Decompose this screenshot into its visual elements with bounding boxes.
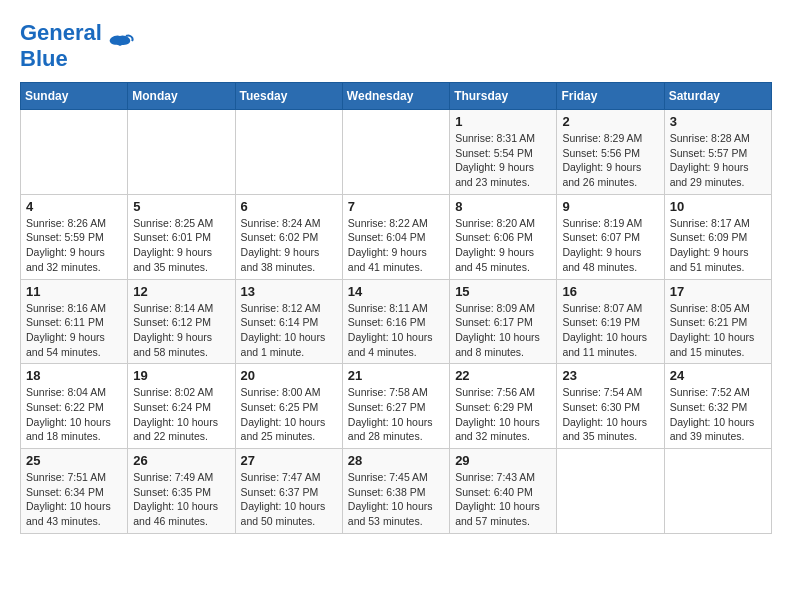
day-info: Sunrise: 7:58 AM Sunset: 6:27 PM Dayligh… [348,385,444,444]
day-info: Sunrise: 7:51 AM Sunset: 6:34 PM Dayligh… [26,470,122,529]
day-number: 29 [455,453,551,468]
calendar-header-row: SundayMondayTuesdayWednesdayThursdayFrid… [21,83,772,110]
day-number: 28 [348,453,444,468]
calendar-cell: 7Sunrise: 8:22 AM Sunset: 6:04 PM Daylig… [342,194,449,279]
calendar-cell: 25Sunrise: 7:51 AM Sunset: 6:34 PM Dayli… [21,449,128,534]
day-number: 3 [670,114,766,129]
day-info: Sunrise: 7:43 AM Sunset: 6:40 PM Dayligh… [455,470,551,529]
day-number: 23 [562,368,658,383]
calendar-cell: 18Sunrise: 8:04 AM Sunset: 6:22 PM Dayli… [21,364,128,449]
calendar-cell: 8Sunrise: 8:20 AM Sunset: 6:06 PM Daylig… [450,194,557,279]
calendar-cell: 24Sunrise: 7:52 AM Sunset: 6:32 PM Dayli… [664,364,771,449]
day-number: 15 [455,284,551,299]
day-info: Sunrise: 7:47 AM Sunset: 6:37 PM Dayligh… [241,470,337,529]
day-number: 24 [670,368,766,383]
day-info: Sunrise: 8:22 AM Sunset: 6:04 PM Dayligh… [348,216,444,275]
column-header-tuesday: Tuesday [235,83,342,110]
calendar-cell: 16Sunrise: 8:07 AM Sunset: 6:19 PM Dayli… [557,279,664,364]
day-number: 18 [26,368,122,383]
calendar-cell: 14Sunrise: 8:11 AM Sunset: 6:16 PM Dayli… [342,279,449,364]
calendar-week-row: 18Sunrise: 8:04 AM Sunset: 6:22 PM Dayli… [21,364,772,449]
day-number: 6 [241,199,337,214]
calendar-cell: 23Sunrise: 7:54 AM Sunset: 6:30 PM Dayli… [557,364,664,449]
day-number: 21 [348,368,444,383]
day-info: Sunrise: 8:12 AM Sunset: 6:14 PM Dayligh… [241,301,337,360]
day-info: Sunrise: 7:45 AM Sunset: 6:38 PM Dayligh… [348,470,444,529]
day-info: Sunrise: 8:09 AM Sunset: 6:17 PM Dayligh… [455,301,551,360]
calendar-cell: 10Sunrise: 8:17 AM Sunset: 6:09 PM Dayli… [664,194,771,279]
calendar-cell: 3Sunrise: 8:28 AM Sunset: 5:57 PM Daylig… [664,110,771,195]
day-number: 26 [133,453,229,468]
day-info: Sunrise: 8:02 AM Sunset: 6:24 PM Dayligh… [133,385,229,444]
day-number: 8 [455,199,551,214]
day-info: Sunrise: 8:14 AM Sunset: 6:12 PM Dayligh… [133,301,229,360]
day-info: Sunrise: 7:52 AM Sunset: 6:32 PM Dayligh… [670,385,766,444]
day-number: 20 [241,368,337,383]
calendar-cell: 22Sunrise: 7:56 AM Sunset: 6:29 PM Dayli… [450,364,557,449]
calendar-week-row: 25Sunrise: 7:51 AM Sunset: 6:34 PM Dayli… [21,449,772,534]
day-number: 22 [455,368,551,383]
calendar-cell: 20Sunrise: 8:00 AM Sunset: 6:25 PM Dayli… [235,364,342,449]
day-info: Sunrise: 8:05 AM Sunset: 6:21 PM Dayligh… [670,301,766,360]
calendar-cell [664,449,771,534]
day-info: Sunrise: 8:17 AM Sunset: 6:09 PM Dayligh… [670,216,766,275]
day-info: Sunrise: 8:29 AM Sunset: 5:56 PM Dayligh… [562,131,658,190]
calendar-cell: 29Sunrise: 7:43 AM Sunset: 6:40 PM Dayli… [450,449,557,534]
logo: GeneralBlue [20,20,134,72]
column-header-thursday: Thursday [450,83,557,110]
day-number: 4 [26,199,122,214]
day-number: 5 [133,199,229,214]
day-info: Sunrise: 7:49 AM Sunset: 6:35 PM Dayligh… [133,470,229,529]
day-number: 27 [241,453,337,468]
day-info: Sunrise: 7:54 AM Sunset: 6:30 PM Dayligh… [562,385,658,444]
day-info: Sunrise: 8:20 AM Sunset: 6:06 PM Dayligh… [455,216,551,275]
logo-text: GeneralBlue [20,20,102,72]
calendar-cell [557,449,664,534]
calendar-cell [128,110,235,195]
calendar-cell: 13Sunrise: 8:12 AM Sunset: 6:14 PM Dayli… [235,279,342,364]
page-header: GeneralBlue [20,20,772,72]
day-info: Sunrise: 8:04 AM Sunset: 6:22 PM Dayligh… [26,385,122,444]
logo-bird-icon [106,32,134,60]
calendar-cell: 21Sunrise: 7:58 AM Sunset: 6:27 PM Dayli… [342,364,449,449]
calendar-cell: 9Sunrise: 8:19 AM Sunset: 6:07 PM Daylig… [557,194,664,279]
day-number: 17 [670,284,766,299]
day-number: 10 [670,199,766,214]
day-info: Sunrise: 8:26 AM Sunset: 5:59 PM Dayligh… [26,216,122,275]
day-number: 12 [133,284,229,299]
day-number: 16 [562,284,658,299]
calendar-week-row: 11Sunrise: 8:16 AM Sunset: 6:11 PM Dayli… [21,279,772,364]
calendar-cell: 11Sunrise: 8:16 AM Sunset: 6:11 PM Dayli… [21,279,128,364]
day-number: 1 [455,114,551,129]
day-number: 2 [562,114,658,129]
day-info: Sunrise: 8:16 AM Sunset: 6:11 PM Dayligh… [26,301,122,360]
day-info: Sunrise: 8:24 AM Sunset: 6:02 PM Dayligh… [241,216,337,275]
column-header-friday: Friday [557,83,664,110]
calendar-cell [342,110,449,195]
calendar-cell [235,110,342,195]
day-info: Sunrise: 8:00 AM Sunset: 6:25 PM Dayligh… [241,385,337,444]
calendar-week-row: 1Sunrise: 8:31 AM Sunset: 5:54 PM Daylig… [21,110,772,195]
column-header-monday: Monday [128,83,235,110]
calendar-cell: 15Sunrise: 8:09 AM Sunset: 6:17 PM Dayli… [450,279,557,364]
day-info: Sunrise: 7:56 AM Sunset: 6:29 PM Dayligh… [455,385,551,444]
column-header-sunday: Sunday [21,83,128,110]
day-number: 9 [562,199,658,214]
calendar-week-row: 4Sunrise: 8:26 AM Sunset: 5:59 PM Daylig… [21,194,772,279]
calendar-cell: 27Sunrise: 7:47 AM Sunset: 6:37 PM Dayli… [235,449,342,534]
calendar-cell: 26Sunrise: 7:49 AM Sunset: 6:35 PM Dayli… [128,449,235,534]
day-number: 19 [133,368,229,383]
calendar-cell: 2Sunrise: 8:29 AM Sunset: 5:56 PM Daylig… [557,110,664,195]
calendar-cell: 1Sunrise: 8:31 AM Sunset: 5:54 PM Daylig… [450,110,557,195]
calendar-cell: 4Sunrise: 8:26 AM Sunset: 5:59 PM Daylig… [21,194,128,279]
calendar-cell: 17Sunrise: 8:05 AM Sunset: 6:21 PM Dayli… [664,279,771,364]
day-number: 14 [348,284,444,299]
calendar-cell: 19Sunrise: 8:02 AM Sunset: 6:24 PM Dayli… [128,364,235,449]
calendar-cell: 28Sunrise: 7:45 AM Sunset: 6:38 PM Dayli… [342,449,449,534]
calendar-cell: 5Sunrise: 8:25 AM Sunset: 6:01 PM Daylig… [128,194,235,279]
calendar-table: SundayMondayTuesdayWednesdayThursdayFrid… [20,82,772,534]
calendar-cell [21,110,128,195]
day-info: Sunrise: 8:19 AM Sunset: 6:07 PM Dayligh… [562,216,658,275]
day-number: 7 [348,199,444,214]
day-number: 11 [26,284,122,299]
